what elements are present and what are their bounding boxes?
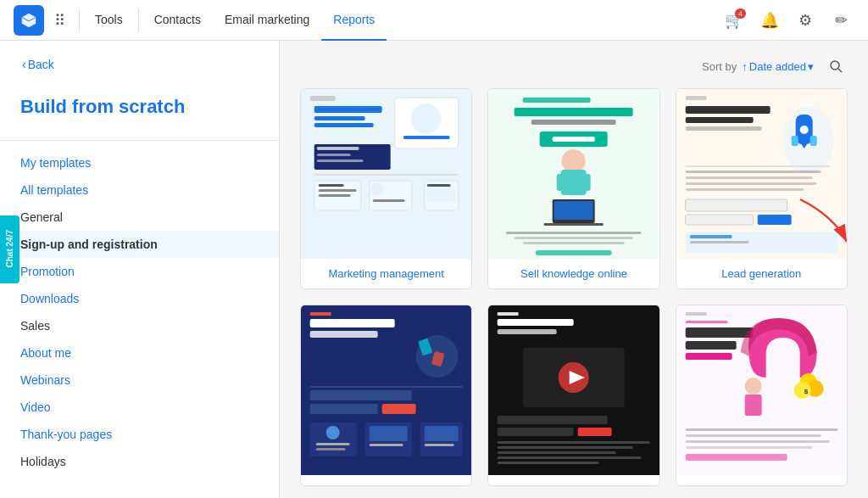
nav-tools[interactable]: Tools bbox=[83, 0, 135, 41]
template-thumbnail-5 bbox=[488, 305, 659, 475]
svg-rect-40 bbox=[523, 242, 625, 244]
template-card-sell-knowledge[interactable]: Sell knowledge online bbox=[487, 88, 659, 289]
svg-rect-26 bbox=[523, 98, 591, 103]
svg-rect-27 bbox=[515, 108, 633, 116]
svg-rect-14 bbox=[314, 174, 459, 176]
svg-rect-5 bbox=[314, 116, 365, 120]
template-thumbnail-3 bbox=[676, 89, 847, 259]
svg-rect-104 bbox=[685, 327, 753, 338]
topnav: ⠿ Tools Contacts Email marketing Reports… bbox=[0, 0, 868, 41]
svg-point-8 bbox=[411, 104, 442, 134]
svg-rect-63 bbox=[689, 241, 748, 243]
svg-rect-37 bbox=[544, 223, 604, 226]
template-card-marketing-management[interactable]: Marketing management bbox=[300, 88, 472, 289]
svg-rect-98 bbox=[498, 451, 616, 454]
template-card-lead-generation[interactable]: Lead generation bbox=[676, 88, 848, 289]
svg-rect-24 bbox=[427, 189, 456, 202]
nav-reports[interactable]: Reports bbox=[321, 0, 387, 41]
chat-widget[interactable]: Chat 24/7 bbox=[0, 215, 19, 283]
svg-rect-84 bbox=[425, 426, 459, 441]
main-content: Sort by ↑ Date added ▾ bbox=[280, 41, 868, 498]
svg-rect-66 bbox=[310, 312, 331, 316]
svg-rect-58 bbox=[685, 199, 787, 211]
svg-line-1 bbox=[838, 69, 842, 72]
template-label-2: Sell knowledge online bbox=[488, 259, 659, 288]
svg-rect-52 bbox=[810, 136, 816, 146]
sidebar-item-holidays[interactable]: Holidays bbox=[0, 448, 279, 475]
topnav-right: 🛒 4 🔔 ⚙ ✏ bbox=[721, 7, 854, 34]
template-thumbnail-1 bbox=[301, 89, 471, 259]
sidebar-item-all-templates[interactable]: All templates bbox=[0, 176, 279, 204]
svg-rect-73 bbox=[310, 390, 412, 400]
sidebar-item-my-templates[interactable]: My templates bbox=[0, 149, 279, 176]
template-card-6[interactable]: $ bbox=[676, 305, 848, 486]
svg-rect-102 bbox=[685, 312, 706, 316]
svg-rect-17 bbox=[319, 189, 357, 192]
template-label-3: Lead generation bbox=[676, 259, 847, 288]
template-thumbnail-4 bbox=[301, 305, 471, 475]
nav-contacts[interactable]: Contacts bbox=[142, 0, 213, 41]
logo[interactable] bbox=[14, 5, 44, 36]
svg-rect-44 bbox=[685, 106, 770, 114]
svg-rect-99 bbox=[498, 456, 642, 459]
back-chevron-icon: ‹ bbox=[22, 58, 26, 71]
search-button[interactable] bbox=[824, 54, 848, 78]
svg-point-31 bbox=[562, 149, 586, 173]
svg-rect-6 bbox=[314, 123, 374, 127]
cart-button[interactable]: 🛒 4 bbox=[721, 7, 748, 34]
svg-point-111 bbox=[744, 378, 761, 394]
svg-rect-78 bbox=[316, 443, 350, 445]
sort-value[interactable]: ↑ Date added ▾ bbox=[742, 60, 814, 73]
edit-button[interactable]: ✏ bbox=[827, 7, 854, 34]
sort-icon: ↑ bbox=[742, 60, 748, 73]
template-card-4[interactable] bbox=[300, 305, 472, 486]
sidebar-item-about-me[interactable]: About me bbox=[0, 339, 279, 367]
grid-icon[interactable]: ⠿ bbox=[54, 11, 65, 30]
svg-rect-39 bbox=[515, 237, 633, 239]
svg-rect-113 bbox=[685, 428, 837, 431]
svg-rect-30 bbox=[553, 137, 595, 142]
sidebar-item-webinars[interactable]: Webinars bbox=[0, 367, 279, 394]
svg-rect-114 bbox=[685, 434, 821, 437]
svg-rect-96 bbox=[498, 441, 650, 444]
svg-text:$: $ bbox=[804, 388, 808, 395]
svg-rect-88 bbox=[498, 319, 574, 326]
svg-rect-34 bbox=[582, 174, 591, 191]
template-card-5[interactable] bbox=[487, 305, 659, 486]
build-from-scratch[interactable]: Build from scratch bbox=[0, 85, 279, 137]
svg-rect-28 bbox=[531, 120, 616, 125]
template-thumbnail-2 bbox=[488, 89, 659, 259]
svg-rect-74 bbox=[310, 404, 378, 414]
template-label-1: Marketing management bbox=[301, 259, 471, 288]
svg-rect-23 bbox=[427, 184, 451, 187]
svg-rect-59 bbox=[685, 215, 753, 225]
template-label-4 bbox=[301, 475, 471, 485]
svg-rect-68 bbox=[310, 331, 378, 338]
svg-rect-115 bbox=[685, 440, 829, 443]
sidebar-item-thankyou[interactable]: Thank-you pages bbox=[0, 421, 279, 448]
sidebar-item-video[interactable]: Video bbox=[0, 394, 279, 421]
sidebar-item-downloads[interactable]: Downloads bbox=[0, 285, 279, 312]
svg-rect-106 bbox=[685, 353, 732, 360]
settings-button[interactable]: ⚙ bbox=[792, 7, 819, 34]
bell-button[interactable]: 🔔 bbox=[756, 7, 783, 34]
sidebar-item-general[interactable]: General bbox=[0, 204, 279, 231]
sidebar-item-signup[interactable]: Sign-up and registration bbox=[0, 231, 279, 258]
nav-email-marketing[interactable]: Email marketing bbox=[213, 0, 321, 41]
main-header: Sort by ↑ Date added ▾ bbox=[280, 41, 868, 88]
svg-rect-82 bbox=[370, 444, 403, 446]
svg-rect-51 bbox=[791, 136, 798, 146]
svg-rect-46 bbox=[685, 126, 761, 131]
svg-rect-12 bbox=[317, 154, 351, 156]
svg-rect-97 bbox=[498, 446, 633, 449]
svg-rect-16 bbox=[319, 184, 344, 187]
svg-rect-60 bbox=[757, 215, 791, 225]
nav-separator bbox=[79, 8, 80, 32]
svg-rect-41 bbox=[536, 250, 612, 255]
sidebar-item-sales[interactable]: Sales bbox=[0, 312, 279, 339]
back-label: Back bbox=[28, 58, 54, 71]
back-link[interactable]: ‹ Back bbox=[0, 58, 279, 85]
svg-rect-55 bbox=[685, 176, 812, 179]
sidebar-item-promotion[interactable]: Promotion bbox=[0, 258, 279, 285]
sidebar-divider bbox=[0, 140, 279, 141]
